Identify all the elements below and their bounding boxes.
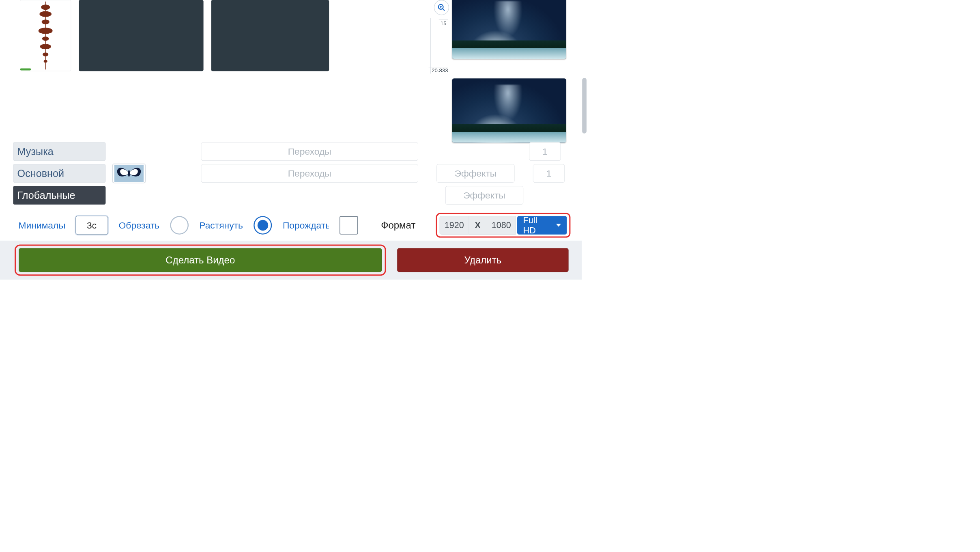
crop-radio[interactable] <box>170 216 188 235</box>
preview-column <box>452 0 566 143</box>
time-ruler: 15 20.833 <box>430 18 450 73</box>
caret-down-icon <box>556 224 561 226</box>
svg-point-14 <box>128 170 130 177</box>
ruler-tick-20: 20.833 <box>429 67 448 73</box>
format-preset-dropdown[interactable]: Full HD <box>517 216 567 235</box>
format-height-input[interactable]: 1080 <box>487 216 516 235</box>
editor-upper: 15 20.833 <box>20 0 575 136</box>
effects-button-2[interactable]: Эффекты <box>445 186 523 205</box>
svg-point-3 <box>42 20 49 24</box>
ruler-tick-15: 15 <box>439 19 448 26</box>
track-row-main: Основной Переходы Эффекты 1 <box>13 164 571 183</box>
butterfly-icon <box>114 165 144 182</box>
stretch-radio[interactable] <box>254 216 272 235</box>
spawn-checkbox[interactable] <box>340 216 358 235</box>
track-row-global: Глобальные Эффекты <box>13 186 571 205</box>
scrollbar-thumb[interactable] <box>582 78 587 134</box>
svg-point-5 <box>42 37 49 41</box>
format-group-highlight: 1920 X 1080 Full HD <box>436 213 571 237</box>
format-preset-label: Full HD <box>523 215 552 235</box>
playhead-marker <box>20 69 31 71</box>
bottom-bar: Сделать Видео Удалить <box>0 241 582 280</box>
preview-thumb-1[interactable] <box>452 0 566 59</box>
svg-point-1 <box>41 5 50 10</box>
crop-label: Обрезать <box>119 220 159 231</box>
svg-point-7 <box>43 53 48 56</box>
delete-button[interactable]: Удалить <box>397 248 568 272</box>
transitions-button-1[interactable]: Переходы <box>201 142 418 161</box>
format-label: Формат <box>381 220 415 231</box>
spawn-label: Порождать <box>283 220 329 231</box>
transitions-button-2[interactable]: Переходы <box>201 164 418 183</box>
tab-global[interactable]: Глобальные <box>13 186 105 205</box>
svg-point-2 <box>40 11 51 17</box>
video-clip-1[interactable] <box>79 0 203 71</box>
track-row-music: Музыка Переходы 1 <box>13 142 571 161</box>
count-badge-1[interactable]: 1 <box>529 142 561 161</box>
effects-button-1[interactable]: Эффекты <box>436 164 514 183</box>
zoom-in-button[interactable] <box>434 0 449 15</box>
format-width-input[interactable]: 1920 <box>440 216 469 235</box>
butterfly-thumbnail[interactable] <box>112 164 146 183</box>
svg-point-4 <box>39 28 52 34</box>
svg-point-6 <box>40 44 51 49</box>
make-video-button[interactable]: Сделать Видео <box>19 248 382 272</box>
preview-thumb-2[interactable] <box>452 78 566 142</box>
count-badge-2[interactable]: 1 <box>533 164 565 183</box>
svg-point-8 <box>44 60 47 62</box>
scrollbar-track[interactable] <box>582 0 587 331</box>
time-ruler-column: 15 20.833 <box>430 0 450 73</box>
waveform-icon <box>34 2 56 70</box>
waveform-cell[interactable] <box>20 0 71 71</box>
tracks-area: Музыка Переходы 1 Основной Переходы Эффе… <box>13 142 571 207</box>
tab-music[interactable]: Музыка <box>13 142 105 161</box>
options-row: Минимальн 3с Обрезать Растянуть Порождат… <box>19 213 571 237</box>
svg-line-10 <box>443 9 445 11</box>
minimal-input[interactable]: 3с <box>75 216 108 235</box>
make-video-highlight: Сделать Видео <box>15 244 386 276</box>
tab-main[interactable]: Основной <box>13 164 105 183</box>
stretch-label: Растянуть <box>199 220 243 231</box>
zoom-in-icon <box>437 3 445 11</box>
video-clip-2[interactable] <box>211 0 329 71</box>
minimal-label: Минимальн <box>19 220 65 231</box>
format-x-separator: X <box>469 216 487 235</box>
